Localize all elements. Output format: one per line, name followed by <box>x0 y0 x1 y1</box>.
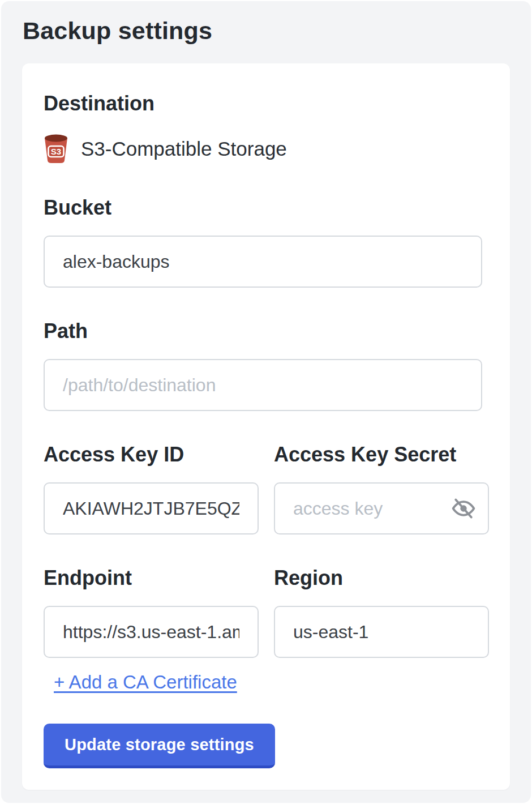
region-column: Region <box>274 534 489 658</box>
access-key-secret-wrap <box>274 482 489 534</box>
path-input[interactable] <box>44 359 482 411</box>
eye-off-icon <box>451 496 476 521</box>
region-input[interactable] <box>274 606 489 658</box>
endpoint-label: Endpoint <box>44 566 259 590</box>
access-key-id-label: Access Key ID <box>44 443 259 467</box>
toggle-secret-visibility-button[interactable] <box>451 495 477 521</box>
bucket-input[interactable] <box>44 236 482 288</box>
destination-row: S3 S3-Compatible Storage <box>44 134 488 164</box>
backup-settings-panel: Backup settings Destination S3 S3-Compat… <box>1 1 531 803</box>
destination-label: Destination <box>44 92 488 116</box>
access-key-row: Access Key ID Access Key Secret <box>44 411 488 534</box>
endpoint-input[interactable] <box>44 606 259 658</box>
add-ca-certificate-link[interactable]: + Add a CA Certificate <box>54 672 237 693</box>
access-key-secret-label: Access Key Secret <box>274 443 489 467</box>
destination-value: S3-Compatible Storage <box>81 138 287 160</box>
s3-bucket-icon: S3 <box>44 134 68 164</box>
access-key-id-column: Access Key ID <box>44 411 259 534</box>
endpoint-column: Endpoint <box>44 534 259 658</box>
endpoint-region-row: Endpoint Region <box>44 534 488 658</box>
update-storage-settings-button[interactable]: Update storage settings <box>44 724 275 768</box>
storage-settings-card: Destination S3 S3-Compatible Storage Buc… <box>22 63 510 790</box>
page-title: Backup settings <box>1 1 531 63</box>
bucket-label: Bucket <box>44 196 488 220</box>
access-key-id-input[interactable] <box>44 482 259 534</box>
path-label: Path <box>44 319 488 343</box>
access-key-secret-column: Access Key Secret <box>274 411 489 534</box>
svg-text:S3: S3 <box>51 147 61 156</box>
region-label: Region <box>274 566 489 590</box>
